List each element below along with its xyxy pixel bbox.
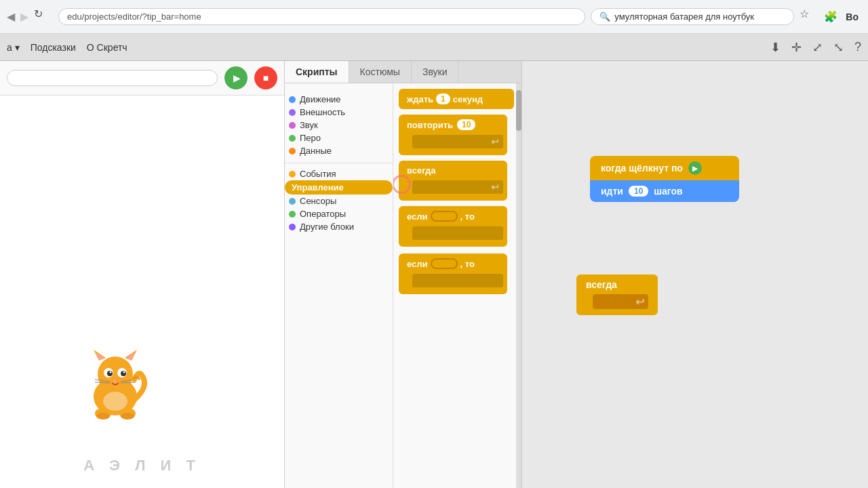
when-flag-clicked-block[interactable]: когда щёлкнут по ▶ xyxy=(590,156,739,180)
block-repeat-inner: ↩ xyxy=(412,135,503,148)
cat-sprite xyxy=(75,346,156,427)
svg-point-11 xyxy=(123,371,125,373)
hints-button[interactable]: Подсказки xyxy=(31,42,76,53)
cat-looks[interactable]: Внешность xyxy=(285,106,393,119)
address-text: edu/projects/editor/?tip_bar=home xyxy=(67,12,201,22)
about-button[interactable]: О Скретч xyxy=(87,42,127,53)
address-bar[interactable]: edu/projects/editor/?tip_bar=home xyxy=(58,8,585,25)
cat-sensing[interactable]: Сенсоры xyxy=(285,195,393,207)
block-forever[interactable]: всегда ↩ xyxy=(399,161,507,201)
block-if2[interactable]: если , то xyxy=(399,253,507,294)
stage-canvas: А Э Л И Т xyxy=(0,96,284,488)
cat-events[interactable]: События xyxy=(285,167,393,180)
extensions-icon[interactable]: 🧩 xyxy=(824,10,837,23)
block-if-inner xyxy=(412,226,503,240)
flag-icon: ▶ xyxy=(688,161,702,175)
watermark: А Э Л И Т xyxy=(83,457,201,474)
cat-sound[interactable]: Звук xyxy=(285,119,393,131)
forever-canvas-inner: ↩ xyxy=(593,294,648,309)
block-if2-inner xyxy=(412,274,503,287)
block-palette: Скрипты Костюмы Звуки Движение Внешность xyxy=(285,61,522,488)
menu-button[interactable]: а ▾ xyxy=(7,42,20,53)
help-button[interactable]: ? xyxy=(854,40,861,54)
move-icon-button[interactable]: ✛ xyxy=(791,40,802,55)
tab-costumes[interactable]: Костюмы xyxy=(349,61,412,83)
cat-operators[interactable]: Операторы xyxy=(285,207,393,220)
browser-bar: ◀ ▶ ↻ edu/projects/editor/?tip_bar=home … xyxy=(0,0,868,34)
cat-pen[interactable]: Перо xyxy=(285,131,393,144)
star-button[interactable]: ☆ xyxy=(800,7,818,26)
search-text: умуляторная батарея для ноутбук xyxy=(614,12,754,22)
scratch-toolbar: а ▾ Подсказки О Скретч ⬇ ✛ ⤢ ⤡ ? xyxy=(0,34,868,61)
download-button[interactable]: ⬇ xyxy=(770,40,781,55)
blocks-list: ждать 1 секунд повторить 10 ↩ xyxy=(393,83,521,488)
block-wait[interactable]: ждать 1 секунд xyxy=(399,89,514,109)
canvas-forever-block[interactable]: всегда ↩ xyxy=(576,274,658,315)
svg-point-21 xyxy=(103,392,127,411)
compress-button[interactable]: ⤡ xyxy=(833,40,844,55)
cat-data[interactable]: Данные xyxy=(285,144,393,157)
move-block[interactable]: идти 10 шагов xyxy=(590,180,739,202)
search-bar[interactable]: 🔍 умуляторная батарея для ноутбук xyxy=(591,8,794,25)
block-forever-inner: ↩ xyxy=(412,180,503,194)
stage-area: А Э Л И Т xyxy=(0,61,285,488)
stop-button[interactable] xyxy=(254,66,277,89)
block-repeat[interactable]: повторить 10 ↩ xyxy=(399,115,507,155)
expand-button[interactable]: ⤢ xyxy=(812,40,823,55)
browser-back[interactable]: ◀ xyxy=(7,10,15,23)
script-editor[interactable]: когда щёлкнут по ▶ идти 10 шагов всегда … xyxy=(522,61,868,488)
main-container: А Э Л И Т Скрипты Костюмы Звуки Движение xyxy=(0,61,868,488)
tab-sounds[interactable]: Звуки xyxy=(412,61,459,83)
script-group-2: всегда ↩ xyxy=(576,274,658,315)
scrollbar[interactable] xyxy=(516,83,521,488)
scroll-thumb[interactable] xyxy=(516,90,521,131)
bo-label: Во xyxy=(843,12,861,22)
palette-content: Движение Внешность Звук Перо xyxy=(285,83,521,488)
block-if[interactable]: если , то xyxy=(399,206,507,247)
cat-motion[interactable]: Движение xyxy=(285,93,393,106)
stage-controls xyxy=(0,61,284,96)
search-icon: 🔍 xyxy=(599,12,610,22)
svg-point-20 xyxy=(121,413,134,420)
palette-categories: Движение Внешность Звук Перо xyxy=(285,83,393,488)
palette-tabs: Скрипты Костюмы Звуки xyxy=(285,61,521,83)
cat-more-blocks[interactable]: Другие блоки xyxy=(285,220,393,233)
svg-point-1 xyxy=(98,357,133,392)
svg-point-10 xyxy=(110,371,112,373)
browser-forward[interactable]: ▶ xyxy=(20,10,28,23)
reload-button[interactable]: ↻ xyxy=(34,7,53,26)
script-group-1: когда щёлкнут по ▶ идти 10 шагов xyxy=(590,156,739,202)
cat-control[interactable]: Управление xyxy=(285,180,393,195)
tab-scripts[interactable]: Скрипты xyxy=(285,61,349,83)
svg-point-19 xyxy=(96,413,110,420)
green-flag-button[interactable] xyxy=(224,66,248,89)
stage-search-input[interactable] xyxy=(7,70,218,86)
